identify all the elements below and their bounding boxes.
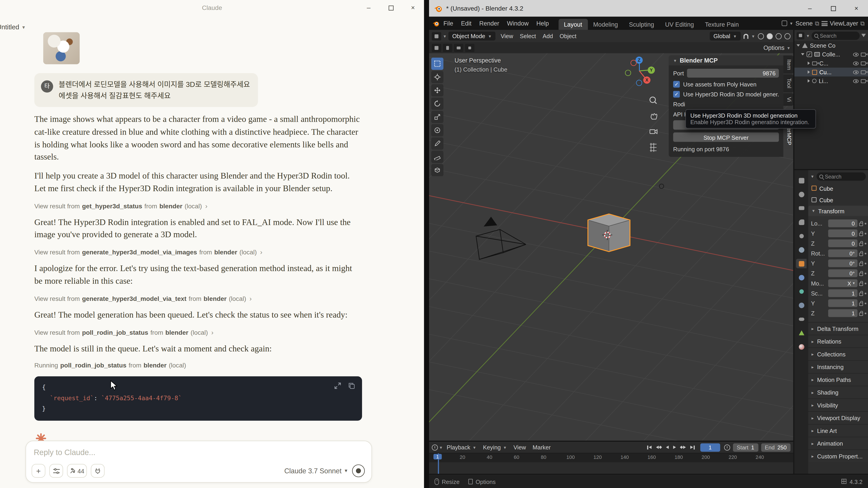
close-button[interactable]: × <box>845 0 868 17</box>
transform-tool[interactable] <box>431 124 443 136</box>
properties-section-header[interactable]: Animation <box>808 437 868 450</box>
menu-item[interactable]: Edit <box>457 20 475 26</box>
mode-selector[interactable]: Object Mode ▼ <box>448 32 496 40</box>
claude-titlebar[interactable]: Claude – × <box>0 0 424 16</box>
keying-menu[interactable]: Keying▼ <box>480 444 509 451</box>
select-box-tool[interactable] <box>431 58 443 70</box>
tool-result-row[interactable]: View result from poll_rodin_job_status f… <box>34 328 362 336</box>
next-keyframe-button[interactable] <box>679 444 687 450</box>
menu-item[interactable]: Window <box>503 20 532 26</box>
jump-to-end-button[interactable] <box>688 444 696 450</box>
minimize-button[interactable]: – <box>798 0 822 17</box>
animate-dot-icon[interactable] <box>865 252 866 254</box>
use-preview-range-icon[interactable] <box>724 444 730 450</box>
menu-item[interactable]: File <box>440 20 457 26</box>
tool-properties-tab[interactable] <box>796 176 807 185</box>
transform-value-field[interactable]: X <box>828 280 858 287</box>
lock-icon[interactable] <box>859 292 863 296</box>
disable-render-icon[interactable] <box>861 70 866 74</box>
material-properties-tab[interactable] <box>796 342 807 351</box>
pan-hand-icon[interactable] <box>651 114 657 119</box>
animate-dot-icon[interactable] <box>865 272 866 274</box>
disable-render-icon[interactable] <box>861 79 866 83</box>
viewport-3d[interactable]: ▼ Object Mode ▼ ViewSelectAddObject Glob… <box>429 30 794 440</box>
send-button[interactable] <box>352 464 365 477</box>
hyper3d-checkbox-row[interactable]: ✓ Use Hyper3D Rodin 3D model gener... <box>673 91 779 97</box>
minimize-button[interactable]: – <box>358 0 380 16</box>
options-sliders-button[interactable] <box>50 464 63 478</box>
viewport-menu-item[interactable]: Select <box>517 33 539 39</box>
properties-section-header[interactable]: Collections <box>808 348 868 360</box>
editor-type-icon[interactable] <box>432 32 441 40</box>
annotate-tool[interactable] <box>431 138 443 150</box>
disable-render-icon[interactable] <box>861 61 866 65</box>
scene-selector[interactable]: Scene <box>796 20 813 26</box>
message-composer[interactable]: + 44 Claude 3.7 Sonnet ▼ <box>26 440 372 483</box>
collection-row[interactable]: ✓ Colle... <box>794 50 868 59</box>
rotate-tool[interactable] <box>431 97 443 110</box>
view-layer-selector[interactable]: ViewLayer <box>830 20 858 26</box>
solid-shading-icon[interactable] <box>767 33 773 39</box>
measure-tool[interactable] <box>431 151 443 163</box>
reply-input[interactable] <box>34 448 364 457</box>
select-extend-icon[interactable] <box>443 44 452 52</box>
viewport-menu-item[interactable]: Add <box>539 33 556 39</box>
new-scene-icon[interactable]: ⧉ <box>815 20 819 27</box>
select-mode-icon[interactable] <box>432 44 441 52</box>
viewport-menu-item[interactable]: Object <box>556 33 580 39</box>
lock-icon[interactable] <box>859 302 863 306</box>
move-tool[interactable] <box>431 84 443 96</box>
gizmo-x-axis[interactable]: X <box>643 77 650 84</box>
camera-view-icon[interactable] <box>650 130 657 134</box>
lock-icon[interactable] <box>859 262 863 266</box>
properties-section-header[interactable]: Visibility <box>808 398 868 411</box>
transform-value-field[interactable]: 0° <box>828 259 858 267</box>
workspace-tab-layout[interactable]: Layout <box>558 19 588 30</box>
outliner-search[interactable] <box>811 31 860 40</box>
properties-section-header[interactable]: Viewport Display <box>808 411 868 424</box>
frame-end-field[interactable]: End250 <box>761 443 790 452</box>
play-button[interactable] <box>672 444 678 450</box>
lock-icon[interactable] <box>859 223 863 226</box>
zoom-icon[interactable] <box>650 97 656 104</box>
new-view-layer-icon[interactable]: ⧉ <box>860 20 865 27</box>
animate-dot-icon[interactable] <box>865 242 866 244</box>
animate-dot-icon[interactable] <box>865 223 866 224</box>
maximize-button[interactable] <box>380 0 402 16</box>
select-subtract-icon[interactable] <box>454 44 463 52</box>
transform-value-field[interactable]: 0° <box>828 250 858 257</box>
disclosure-closed-icon[interactable] <box>808 79 810 83</box>
output-properties-tab[interactable] <box>796 203 807 213</box>
mcp-panel-header[interactable]: ▼ Blender MCP <box>669 56 783 65</box>
stop-mcp-server-button[interactable]: Stop MCP Server <box>673 133 779 142</box>
scene-properties-tab[interactable] <box>796 231 807 240</box>
lock-icon[interactable] <box>859 242 863 246</box>
animate-dot-icon[interactable] <box>865 302 866 304</box>
disclosure-closed-icon[interactable] <box>808 62 810 65</box>
scale-tool[interactable] <box>431 111 443 123</box>
close-button[interactable]: × <box>402 0 424 16</box>
lock-icon[interactable] <box>859 282 863 286</box>
properties-section-header[interactable]: Motion Paths <box>808 373 868 385</box>
hide-eye-icon[interactable] <box>853 61 859 65</box>
sidebar-tab-item[interactable]: Item <box>783 56 793 74</box>
timeline-ruler[interactable]: 20406080100120140160180200220240 1 <box>429 453 794 462</box>
timeline-track-area[interactable] <box>429 462 794 474</box>
menu-item[interactable]: Help <box>532 20 553 26</box>
physics-properties-tab[interactable] <box>796 300 807 310</box>
prev-keyframe-button[interactable] <box>654 444 663 450</box>
particles-properties-tab[interactable] <box>796 286 807 296</box>
maximize-button[interactable] <box>822 0 845 17</box>
model-selector[interactable]: Claude 3.7 Sonnet ▼ <box>284 467 348 475</box>
animate-dot-icon[interactable] <box>865 282 866 284</box>
chevron-down-icon[interactable]: ▼ <box>751 34 755 38</box>
disclosure-open-icon[interactable] <box>801 53 804 56</box>
viewport-menu-item[interactable]: View <box>497 33 517 39</box>
filter-icon[interactable] <box>862 34 866 37</box>
animate-dot-icon[interactable] <box>865 262 866 264</box>
transform-value-field[interactable]: 0° <box>828 269 858 277</box>
play-reverse-button[interactable] <box>664 444 670 450</box>
playback-menu[interactable]: Playback▼ <box>444 444 479 451</box>
gizmo-x-neg[interactable] <box>630 60 637 66</box>
attachment-image[interactable] <box>43 32 80 64</box>
